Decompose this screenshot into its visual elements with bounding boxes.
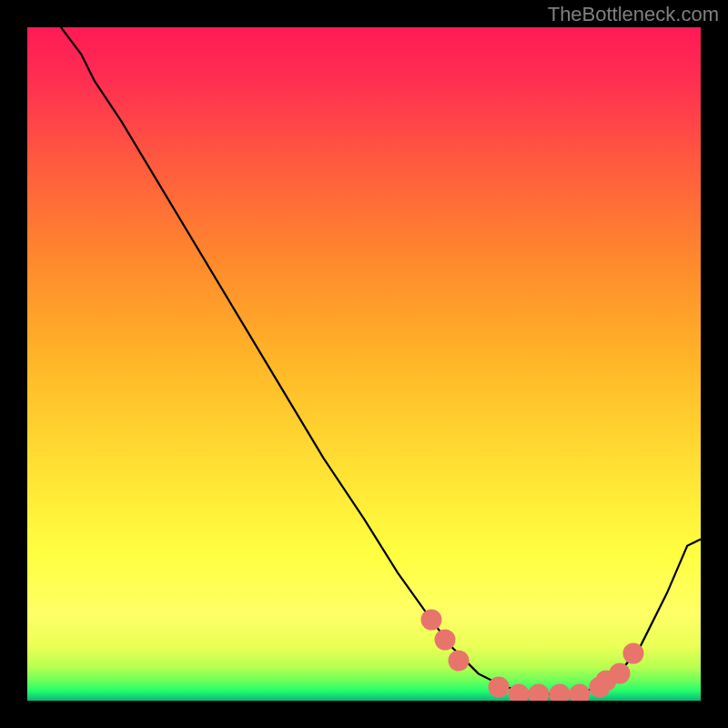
- plot-area: [27, 27, 701, 701]
- highlight-point[interactable]: [549, 683, 570, 701]
- watermark: TheBottleneck.com: [548, 3, 719, 26]
- highlight-point[interactable]: [489, 677, 510, 698]
- highlight-point[interactable]: [569, 683, 590, 701]
- highlight-point[interactable]: [509, 683, 530, 701]
- highlight-point[interactable]: [434, 630, 455, 651]
- highlight-point[interactable]: [623, 643, 644, 664]
- data-points-layer: [27, 27, 701, 701]
- highlight-point[interactable]: [421, 610, 442, 631]
- highlight-point[interactable]: [448, 650, 469, 671]
- chart-container: TheBottleneck.com: [0, 0, 728, 728]
- highlight-point[interactable]: [610, 663, 631, 684]
- highlight-point[interactable]: [529, 683, 550, 701]
